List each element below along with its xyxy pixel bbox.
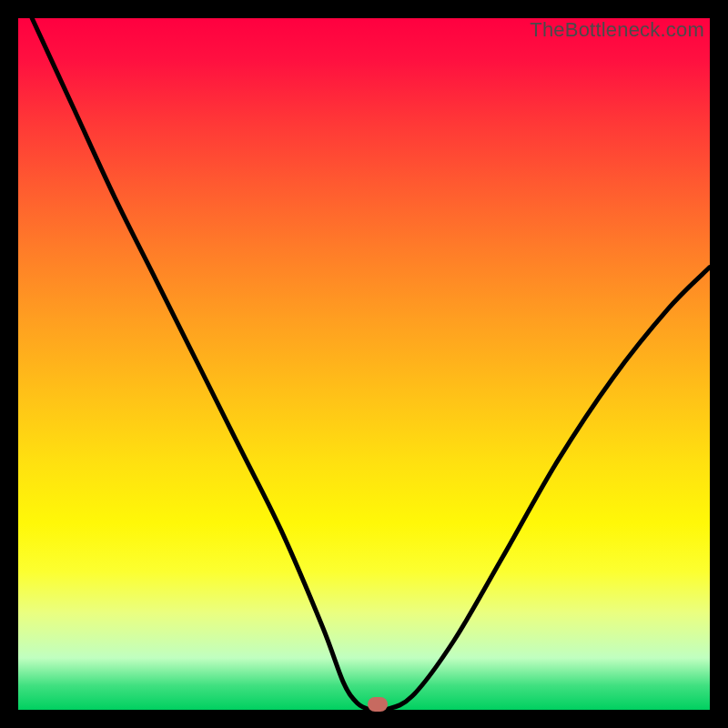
bottleneck-curve [18, 18, 710, 710]
chart-plot-area: TheBottleneck.com [18, 18, 710, 710]
curve-path [32, 18, 710, 711]
optimal-point-marker [368, 697, 388, 712]
